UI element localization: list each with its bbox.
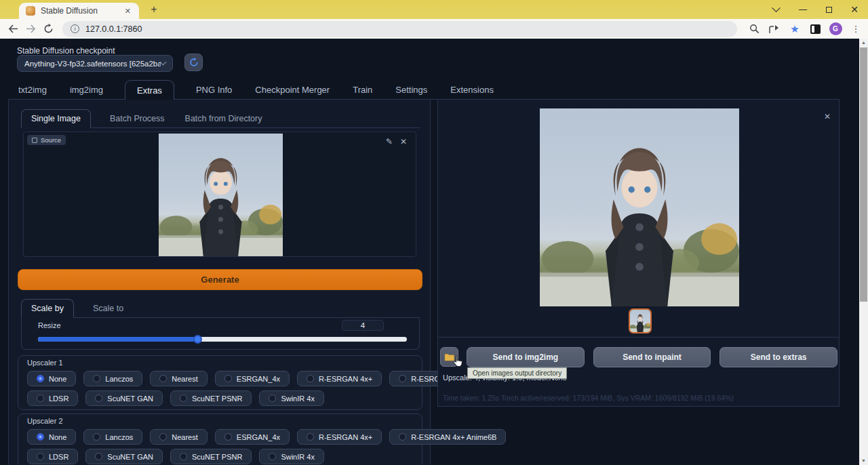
side-panel-icon[interactable]	[807, 21, 823, 37]
upscaler2-option-lanczos[interactable]: Lanczos	[83, 429, 142, 445]
radio-icon	[37, 433, 44, 441]
send-to-img2img-button[interactable]: Send to img2img	[467, 347, 585, 367]
share-icon[interactable]	[766, 21, 783, 37]
site-info-icon[interactable]: i	[71, 24, 79, 33]
scroll-up-icon[interactable]: ▲	[859, 39, 868, 47]
zoom-icon[interactable]	[746, 21, 762, 37]
radio-label: R-ESRGAN 4x+	[319, 433, 372, 441]
back-button[interactable]	[4, 21, 22, 37]
upscaler1-option-lanczos[interactable]: Lanczos	[83, 371, 142, 386]
radio-icon	[224, 433, 232, 441]
forward-button[interactable]	[22, 21, 39, 37]
tab-train[interactable]: Train	[351, 80, 374, 100]
browser-tab-title: Stable Diffusion	[41, 6, 122, 16]
url-bar[interactable]: i 127.0.0.1:7860	[62, 21, 737, 37]
radio-icon	[399, 433, 406, 441]
checkpoint-label: Stable Diffusion checkpoint	[17, 46, 115, 56]
window-menu-chevron-icon[interactable]	[765, 0, 787, 19]
checkpoint-dropdown[interactable]: Anything-V3-fp32.safetensors [625a2ba2]	[17, 55, 173, 72]
radio-label: R-ESRGAN 4x+	[319, 375, 372, 383]
page-scrollbar[interactable]: ▲ ▼	[859, 39, 868, 465]
upscaler2-option-esrgan_4x[interactable]: ESRGAN_4x	[215, 429, 290, 445]
upscaler-1-row-1: NoneLanczosNearestESRGAN_4xR-ESRGAN 4x+R…	[27, 371, 413, 386]
upscaler2-option-r-esrgan-4x-[interactable]: R-ESRGAN 4x+	[297, 429, 382, 445]
chevron-down-icon	[160, 59, 167, 66]
radio-label: ScuNET GAN	[107, 395, 153, 403]
upscaler2-option-scunet-gan[interactable]: ScuNET GAN	[85, 449, 163, 464]
radio-icon	[93, 433, 100, 441]
reload-button[interactable]	[39, 21, 57, 37]
generate-button[interactable]: Generate	[18, 269, 422, 290]
tab-png-info[interactable]: PNG Info	[195, 80, 233, 100]
tab-scale-by[interactable]: Scale by	[21, 299, 74, 318]
upscaler1-option-ldsr[interactable]: LDSR	[27, 390, 78, 406]
clear-image-icon[interactable]: ✕	[400, 137, 407, 146]
source-image[interactable]	[159, 134, 283, 256]
upscaler1-option-nearest[interactable]: Nearest	[150, 371, 208, 386]
radio-icon	[37, 453, 44, 460]
scrollbar-thumb[interactable]	[860, 47, 867, 302]
tab-close-icon[interactable]: ✕	[122, 5, 134, 17]
upscaler-1-row-2: LDSRScuNET GANScuNET PSNRSwinIR 4x	[27, 390, 413, 406]
radio-icon	[159, 433, 167, 441]
scale-by-panel: Resize 4	[21, 318, 420, 350]
upscaler2-option-ldsr[interactable]: LDSR	[27, 449, 78, 464]
tab-txt2img[interactable]: txt2img	[17, 80, 48, 100]
radio-icon	[93, 375, 100, 382]
upscaler2-option-swinir-4x[interactable]: SwinIR 4x	[259, 449, 324, 464]
radio-label: Nearest	[172, 433, 198, 441]
send-to-inpaint-button[interactable]: Send to inpaint	[593, 347, 711, 367]
profile-avatar[interactable]: G	[827, 21, 844, 37]
upscaler2-option-none[interactable]: None	[27, 429, 76, 445]
refresh-icon	[189, 58, 199, 67]
gallery-thumbnail[interactable]	[629, 308, 652, 333]
checkpoint-value: Anything-V3-fp32.safetensors [625a2ba2]	[24, 60, 161, 68]
window-close-button[interactable]: ✕	[844, 0, 865, 19]
close-result-icon[interactable]: ✕	[824, 112, 831, 121]
radio-icon	[307, 433, 314, 441]
refresh-checkpoint-button[interactable]	[184, 54, 203, 71]
resize-slider[interactable]	[38, 334, 410, 344]
upscaler1-option-r-esrgan-4x-[interactable]: R-ESRGAN 4x+	[297, 371, 382, 386]
tab-checkpoint-merger[interactable]: Checkpoint Merger	[254, 80, 331, 100]
tab-extras[interactable]: Extras	[125, 80, 174, 100]
radio-icon	[95, 395, 102, 402]
edit-image-icon[interactable]: ✎	[386, 137, 393, 146]
window-restore-button[interactable]	[818, 0, 840, 19]
browser-tabstrip: Stable Diffusion ✕ + — ✕	[0, 0, 868, 19]
tab-scale-to[interactable]: Scale to	[92, 299, 125, 317]
source-badge: Source	[27, 135, 66, 145]
scroll-down-icon[interactable]: ▼	[859, 457, 868, 465]
tab-batch-from-directory[interactable]: Batch from Directory	[184, 109, 264, 127]
tab-batch-process[interactable]: Batch Process	[108, 109, 166, 127]
radio-label: Lanczos	[105, 433, 133, 441]
resize-value-input[interactable]: 4	[342, 320, 384, 331]
tab-single-image[interactable]: Single Image	[21, 109, 91, 128]
upscaler1-option-swinir-4x[interactable]: SwinIR 4x	[259, 390, 324, 406]
browser-menu-icon[interactable]: ⋮	[848, 21, 864, 37]
upscaler1-option-scunet-gan[interactable]: ScuNET GAN	[85, 390, 163, 406]
upscaler2-option-r-esrgan-4x-anime6b[interactable]: R-ESRGAN 4x+ Anime6B	[389, 429, 506, 445]
radio-label: R-ESRGAN 4x+ Anime6B	[411, 433, 496, 441]
new-tab-button[interactable]: +	[146, 2, 161, 17]
radio-icon	[159, 375, 167, 382]
upscaler1-option-scunet-psnr[interactable]: ScuNET PSNR	[170, 390, 252, 406]
browser-toolbar: i 127.0.0.1:7860 ★ G ⋮	[0, 19, 868, 39]
send-to-extras-button[interactable]: Send to extras	[719, 347, 837, 367]
slider-handle[interactable]	[193, 335, 202, 344]
window-minimize-button[interactable]: —	[792, 0, 814, 19]
upscaler2-option-nearest[interactable]: Nearest	[150, 429, 208, 445]
send-buttons: Send to img2imgSend to inpaintSend to ex…	[467, 347, 837, 367]
tab-settings[interactable]: Settings	[394, 80, 429, 100]
upscaler1-option-esrgan_4x[interactable]: ESRGAN_4x	[215, 371, 290, 386]
tab-extensions[interactable]: Extensions	[449, 80, 495, 100]
browser-tab[interactable]: Stable Diffusion ✕	[19, 3, 139, 19]
upscaler2-option-scunet-psnr[interactable]: ScuNET PSNR	[170, 449, 252, 464]
result-image[interactable]	[540, 108, 739, 306]
bookmark-star-icon[interactable]: ★	[787, 21, 803, 37]
result-panel: ✕ Send to img2imgSend to inpaintSend to …	[437, 100, 840, 407]
tab-img2img[interactable]: img2img	[68, 80, 104, 100]
upscaler1-option-none[interactable]: None	[27, 371, 76, 386]
source-image-dropzone[interactable]: Source ✎ ✕	[23, 132, 416, 257]
image-frame-icon	[32, 138, 37, 143]
